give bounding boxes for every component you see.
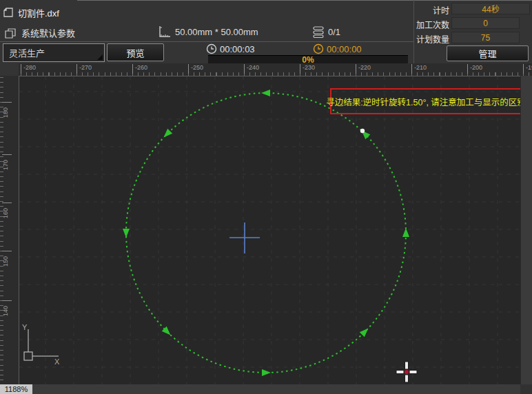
- ruler-tick-label: -270: [76, 64, 92, 74]
- edge-seek-message: 寻边结果:逆时针旋转1.50°, 请注意加工与显示的区别: [326, 95, 520, 108]
- clock-orange-icon: [313, 43, 324, 54]
- ruler-tick-label: 150: [2, 251, 12, 271]
- direction-arrow-icon: [123, 229, 130, 238]
- pallet-counter: 0/1: [312, 25, 340, 39]
- ruler-horizontal: -280 -270 -260 -250 -240 -230 -220 -210 …: [19, 63, 532, 76]
- timer-value-box: 44秒: [451, 3, 530, 14]
- process-count-value: 0: [483, 19, 488, 28]
- machine-cursor-icon: [405, 375, 409, 382]
- ruler-tick-label: -240: [244, 64, 259, 74]
- dropdown-corner-icon: [97, 54, 103, 60]
- laser-cutting-app-window: 切割件.dxf 系统默认参数 50.00mm * 50.00mm 0/1 灵活生…: [0, 0, 532, 394]
- single-piece-timer: 00:00:03: [206, 43, 255, 54]
- axis-origin-square: [24, 352, 32, 360]
- top-bar: 切割件.dxf 系统默认参数 50.00mm * 50.00mm 0/1 灵活生…: [0, 0, 532, 63]
- total-timer: 00:00:00: [313, 43, 362, 54]
- ruler-tick-label: -210: [411, 64, 427, 74]
- machine-cursor-icon: [396, 371, 404, 374]
- total-time-value: 00:00:00: [327, 44, 362, 54]
- plan-quantity-value: 75: [481, 33, 490, 43]
- ruler-tick-label: -200: [467, 64, 482, 74]
- direction-arrow-icon: [162, 326, 171, 335]
- zoom-level-badge: 1188%: [0, 384, 32, 394]
- process-count-label: 加工次数: [413, 19, 449, 30]
- plan-quantity-label: 计划数量: [413, 33, 449, 45]
- stack-icon: [312, 25, 325, 39]
- single-time-value: 00:00:03: [220, 44, 255, 54]
- ruler-tick-label: 170: [2, 154, 12, 175]
- toolbar-divider: [0, 41, 414, 42]
- top-edge-line: [77, 0, 532, 1]
- status-bar: [0, 384, 532, 394]
- direction-arrow-icon: [261, 90, 270, 96]
- ruler-icon: [158, 25, 171, 39]
- parameter-set[interactable]: 系统默认参数: [4, 26, 75, 39]
- vertical-scrollbar[interactable]: [520, 76, 532, 384]
- manage-button[interactable]: 管理: [447, 45, 529, 61]
- file-tab[interactable]: 切割件.dxf: [3, 4, 59, 21]
- ruler-tick-label: -220: [356, 64, 371, 74]
- timer-label: 计时: [413, 4, 449, 16]
- axis-y-label: Y: [22, 323, 27, 331]
- machine-cursor-icon: [405, 362, 409, 369]
- ruler-tick-label: -250: [188, 64, 203, 74]
- direction-arrow-icon: [262, 369, 271, 376]
- dimensions-value: 50.00mm * 50.00mm: [175, 27, 258, 37]
- work-canvas[interactable]: 寻边结果:逆时针旋转1.50°, 请注意加工与显示的区别 Y X: [19, 76, 520, 384]
- ruler-tick-label: -280: [21, 64, 36, 74]
- parameter-set-label: 系统默认参数: [21, 26, 75, 39]
- workpiece-dimensions: 50.00mm * 50.00mm: [158, 25, 258, 39]
- machine-cursor-dot: [405, 370, 409, 374]
- ruler-tick-label: -230: [300, 64, 315, 74]
- ruler-tick-label: -190: [523, 64, 532, 74]
- ruler-vertical: 180 170 160 150 140: [0, 76, 19, 384]
- timer-value: 44秒: [482, 3, 499, 14]
- ruler-tick-label: 160: [2, 203, 12, 223]
- start-point-marker: [360, 129, 365, 133]
- production-mode-dropdown[interactable]: 灵活生产: [3, 43, 105, 62]
- drawing-scene: [19, 76, 520, 384]
- plan-quantity-box: 75: [451, 32, 520, 43]
- ruler-tick-label: -260: [132, 64, 147, 74]
- clock-icon: [206, 43, 217, 54]
- ruler-tick-label: 140: [2, 300, 12, 321]
- pallet-count-value: 0/1: [328, 27, 340, 37]
- file-name: 切割件.dxf: [18, 6, 59, 19]
- scrollbar-corner: [520, 384, 532, 394]
- ruler-tick-label: 180: [2, 102, 12, 123]
- edge-seek-alert: 寻边结果:逆时针旋转1.50°, 请注意加工与显示的区别: [330, 88, 520, 114]
- file-icon: [3, 7, 14, 18]
- direction-arrow-icon: [360, 329, 369, 338]
- production-mode-value: 灵活生产: [9, 46, 45, 59]
- preview-button[interactable]: 预览: [107, 43, 164, 61]
- axis-x-label: X: [54, 357, 59, 366]
- layers-icon: [4, 27, 17, 39]
- process-count-box: 0: [451, 17, 520, 29]
- machine-cursor-icon: [409, 371, 417, 374]
